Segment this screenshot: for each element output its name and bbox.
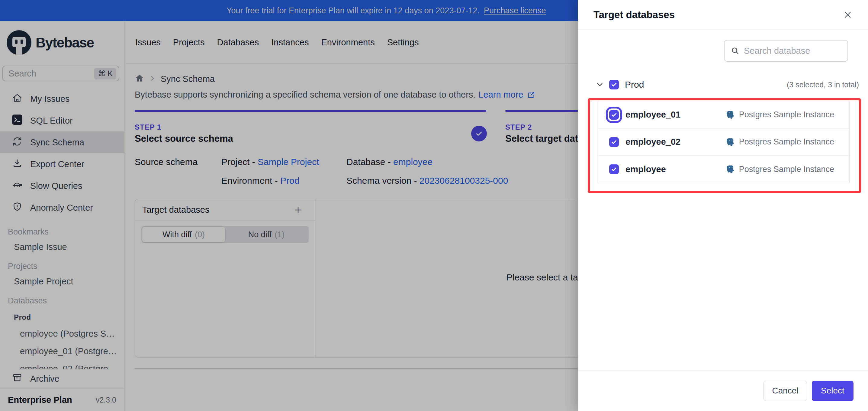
drawer-header: Target databases [578, 0, 868, 30]
database-name: employee_02 [625, 137, 726, 147]
database-list: employee_01 Postgres Sample Instance emp… [598, 101, 849, 183]
row-checkbox[interactable] [609, 137, 619, 147]
bytebase-app: Your free trial for Enterprise Plan will… [0, 0, 868, 411]
search-icon [731, 46, 740, 55]
database-name: employee_01 [625, 110, 726, 120]
group-checkbox[interactable] [609, 80, 619, 89]
drawer-footer: Cancel Select [578, 370, 868, 411]
postgres-icon [726, 137, 736, 147]
postgres-icon [726, 110, 736, 120]
drawer-title: Target databases [593, 9, 841, 21]
database-search[interactable] [724, 40, 848, 62]
instance-name: Postgres Sample Instance [739, 110, 834, 119]
group-name[interactable]: Prod [625, 80, 787, 90]
group-selection-summary: (3 selected, 3 in total) [787, 80, 859, 89]
chevron-down-icon[interactable] [595, 80, 604, 89]
check-icon [611, 112, 617, 118]
postgres-icon [726, 165, 736, 174]
select-button[interactable]: Select [812, 381, 854, 401]
database-name: employee [625, 165, 726, 174]
database-row-employee[interactable]: employee Postgres Sample Instance [598, 156, 849, 183]
instance-name: Postgres Sample Instance [739, 137, 834, 147]
close-icon[interactable] [841, 8, 855, 22]
check-icon [611, 166, 617, 173]
target-databases-drawer: Target databases Prod (3 selected, 3 in … [578, 0, 868, 411]
check-icon [611, 139, 617, 145]
row-checkbox[interactable] [609, 165, 619, 174]
check-icon [611, 81, 617, 88]
database-row-employee-02[interactable]: employee_02 Postgres Sample Instance [598, 128, 849, 156]
database-row-employee-01[interactable]: employee_01 Postgres Sample Instance [598, 101, 849, 128]
instance-name: Postgres Sample Instance [739, 165, 834, 174]
row-checkbox[interactable] [609, 110, 619, 120]
database-search-input[interactable] [744, 46, 842, 56]
environment-group-row: Prod (3 selected, 3 in total) [595, 78, 859, 91]
cancel-button[interactable]: Cancel [764, 381, 807, 401]
